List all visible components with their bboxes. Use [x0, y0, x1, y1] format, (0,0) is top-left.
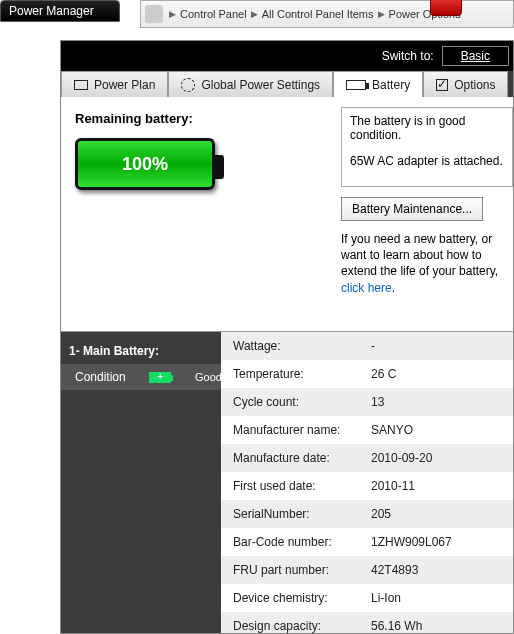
row-key: Manufacturer name: [221, 423, 371, 437]
battery-percent: 100% [122, 154, 168, 175]
row-value: - [371, 339, 513, 353]
table-row: Temperature:26 C [221, 360, 513, 388]
table-row: Device chemistry:Li-Ion [221, 584, 513, 612]
row-key: Bar-Code number: [221, 535, 371, 549]
chevron-right-icon: ▶ [167, 9, 178, 19]
main-battery-header[interactable]: 1- Main Battery: [61, 338, 221, 364]
table-row: Manufacturer name:SANYO [221, 416, 513, 444]
row-value: 2010-09-20 [371, 451, 513, 465]
battery-side-panel: 1- Main Battery: Condition Good [61, 332, 221, 633]
tab-battery[interactable]: Battery [333, 71, 423, 97]
window-title: Power Manager [0, 0, 120, 22]
chevron-right-icon: ▶ [249, 9, 260, 19]
tab-label: Battery [372, 78, 410, 92]
switch-label: Switch to: [382, 49, 434, 63]
table-row: Bar-Code number:1ZHW909L067 [221, 528, 513, 556]
row-key: Device chemistry: [221, 591, 371, 605]
battery-status-box: The battery is in good condition. 65W AC… [341, 107, 513, 187]
row-value: 1ZHW909L067 [371, 535, 513, 549]
row-value: 2010-11 [371, 479, 513, 493]
status-line: The battery is in good condition. [350, 114, 504, 142]
click-here-link[interactable]: click here [341, 281, 392, 295]
nav-back-button[interactable] [145, 5, 163, 23]
table-row: Design capacity:56.16 Wh [221, 612, 513, 633]
battery-maintenance-button[interactable]: Battery Maintenance... [341, 197, 483, 221]
chevron-right-icon: ▶ [376, 9, 387, 19]
tab-strip: Power Plan Global Power Settings Battery… [61, 71, 513, 97]
table-row: SerialNumber:205 [221, 500, 513, 528]
table-row: Wattage:- [221, 332, 513, 360]
status-line: 65W AC adapter is attached. [350, 154, 504, 168]
battery-icon [346, 80, 366, 90]
tab-label: Power Plan [94, 78, 155, 92]
battery-detail-table: Wattage:-Temperature:26 CCycle count:13M… [221, 332, 513, 633]
row-key: Wattage: [221, 339, 371, 353]
help-text-body: If you need a new battery, or want to le… [341, 232, 498, 278]
row-key: SerialNumber: [221, 507, 371, 521]
table-row: FRU part number:42T4893 [221, 556, 513, 584]
condition-row: Condition Good [61, 364, 221, 390]
battery-gauge: 100% [75, 138, 215, 190]
row-key: Manufacture date: [221, 451, 371, 465]
row-value: Li-Ion [371, 591, 513, 605]
breadcrumb-item[interactable]: Control Panel [178, 8, 249, 20]
row-key: Cycle count: [221, 395, 371, 409]
table-row: First used date:2010-11 [221, 472, 513, 500]
tab-global-power[interactable]: Global Power Settings [168, 71, 333, 97]
checkbox-icon [436, 79, 448, 91]
row-key: FRU part number: [221, 563, 371, 577]
row-value: 56.16 Wh [371, 619, 513, 633]
breadcrumb-item[interactable]: All Control Panel Items [260, 8, 376, 20]
remaining-heading: Remaining battery: [61, 107, 341, 134]
tab-power-plan[interactable]: Power Plan [61, 71, 168, 97]
row-key: First used date: [221, 479, 371, 493]
row-value: 205 [371, 507, 513, 521]
row-value: 26 C [371, 367, 513, 381]
tab-label: Options [454, 78, 495, 92]
help-text: If you need a new battery, or want to le… [341, 231, 513, 296]
row-value: 13 [371, 395, 513, 409]
condition-value: Good [195, 372, 215, 383]
table-row: Manufacture date:2010-09-20 [221, 444, 513, 472]
row-key: Design capacity: [221, 619, 371, 633]
tab-label: Global Power Settings [201, 78, 320, 92]
switch-basic-button[interactable]: Basic [442, 46, 509, 66]
close-icon[interactable] [430, 0, 462, 16]
switch-bar: Switch to: Basic [61, 41, 513, 71]
row-value: 42T4893 [371, 563, 513, 577]
row-key: Temperature: [221, 367, 371, 381]
gear-icon [181, 78, 195, 92]
row-value: SANYO [371, 423, 513, 437]
mini-battery-icon [149, 372, 171, 383]
condition-label: Condition [75, 370, 126, 384]
tab-options[interactable]: Options [423, 71, 508, 97]
table-row: Cycle count:13 [221, 388, 513, 416]
power-plan-icon [74, 80, 88, 90]
